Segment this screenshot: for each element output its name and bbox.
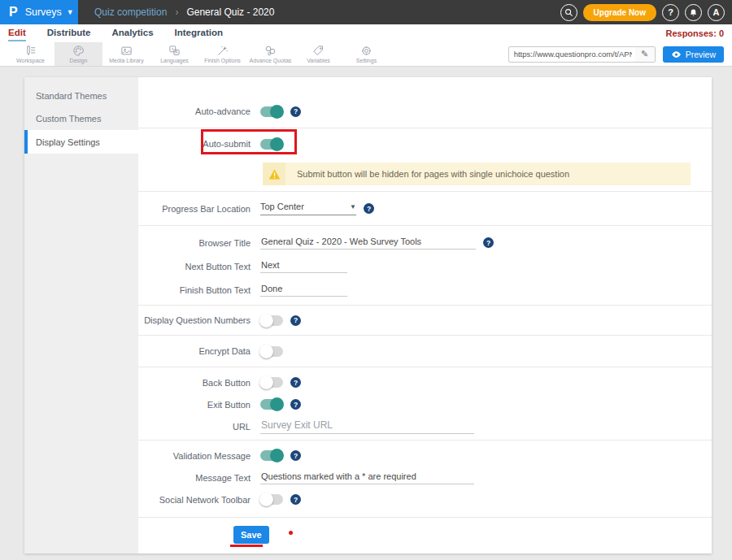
toggle-knob (270, 137, 284, 151)
breadcrumb-separator: › (175, 7, 178, 18)
surveys-menu[interactable]: P Surveys ▼ (0, 0, 78, 24)
auto-submit-row: Auto-submit (138, 133, 712, 154)
toolbar-item-workspace[interactable]: Workspace (7, 42, 54, 66)
display-question-numbers-toggle[interactable] (260, 315, 283, 326)
display-question-numbers-help-icon[interactable]: ? (290, 315, 301, 326)
breadcrumb-folder[interactable]: Quiz competition (94, 7, 167, 18)
magic-wand-icon (216, 45, 229, 57)
toolbar-label: Finish Options (204, 58, 241, 63)
toolbar-label: Languages (160, 58, 189, 63)
auto-advance-help-icon[interactable]: ? (290, 106, 301, 117)
survey-url-input[interactable] (509, 50, 635, 59)
svg-text:A: A (175, 50, 178, 54)
display-question-numbers-row: Display Question Numbers ? (138, 315, 712, 326)
themes-sidebar: Standard Themes Custom Themes Display Se… (24, 77, 138, 553)
sidebar-item-display-settings[interactable]: Display Settings (24, 130, 138, 154)
toggle-knob (270, 449, 284, 462)
toolbar-label: Advance Quotas (250, 58, 292, 63)
browser-title-label: Browser Title (138, 238, 251, 248)
display-question-numbers-label: Display Question Numbers (138, 315, 251, 325)
social-network-toolbar-toggle[interactable] (260, 494, 283, 505)
topbar: P Surveys ▼ Quiz competition › General Q… (0, 0, 732, 24)
next-button-text-input[interactable] (260, 260, 347, 273)
survey-nav-tabs: Edit Distribute Analytics Integration Re… (0, 24, 732, 42)
social-network-toolbar-help-icon[interactable]: ? (290, 494, 301, 505)
toggle-knob (270, 105, 284, 119)
encrypt-data-toggle[interactable] (260, 346, 283, 357)
toggle-knob (270, 397, 284, 411)
toolbar-item-languages[interactable]: xA Languages (150, 42, 198, 66)
edit-url-pencil-icon[interactable]: ✎ (635, 47, 655, 62)
warning-triangle-icon (263, 163, 285, 185)
browser-title-help-icon[interactable]: ? (483, 237, 494, 248)
warning-text: Submit button will be hidden for pages w… (285, 163, 691, 185)
sidebar-item-standard-themes[interactable]: Standard Themes (24, 85, 138, 107)
validation-message-row: Validation Message ? (138, 445, 712, 467)
exit-button-toggle[interactable] (260, 399, 283, 410)
edit-toolbar: Workspace Design Media Library xA Langua… (0, 42, 732, 67)
validation-message-toggle[interactable] (260, 450, 283, 461)
message-text-input[interactable] (260, 471, 474, 484)
upgrade-now-button[interactable]: Upgrade Now (583, 4, 656, 21)
tab-integration[interactable]: Integration (175, 25, 223, 41)
sidebar-item-custom-themes[interactable]: Custom Themes (24, 107, 138, 130)
social-network-toolbar-row: Social Network Toolbar ? (138, 488, 712, 510)
exit-button-help-icon[interactable]: ? (290, 399, 301, 410)
toolbar-item-media-library[interactable]: Media Library (102, 42, 150, 66)
save-button[interactable]: Save (233, 526, 269, 544)
encrypt-data-row: Encrypt Data (138, 346, 712, 357)
toolbar-label: Variables (307, 58, 330, 63)
toolbar-item-settings[interactable]: Settings (342, 42, 390, 66)
help-button[interactable]: ? (662, 4, 679, 21)
toggle-knob (259, 493, 273, 506)
toolbar-item-variables[interactable]: Variables (294, 42, 342, 66)
progress-bar-location-select[interactable]: Top Center ▼ (260, 202, 356, 215)
exit-button-label: Exit Button (138, 400, 251, 410)
finish-button-text-input[interactable] (260, 284, 347, 297)
notifications-button[interactable] (685, 4, 702, 21)
eye-icon (671, 50, 682, 59)
toggle-knob (259, 345, 273, 358)
toolbar-item-finish-options[interactable]: Finish Options (198, 42, 246, 66)
exit-url-row: URL (138, 415, 712, 437)
questionpro-logo: P (9, 6, 18, 20)
encrypt-data-label: Encrypt Data (138, 346, 251, 356)
exit-url-input[interactable] (260, 419, 474, 434)
finish-button-text-label: Finish Button Text (138, 285, 251, 295)
chain-link-icon (264, 45, 277, 57)
display-settings-panel: Auto-advance ? Auto-submit Submit (138, 77, 712, 553)
tab-distribute[interactable]: Distribute (47, 25, 91, 41)
message-text-label: Message Text (138, 473, 251, 483)
topbar-actions: Upgrade Now ? A (560, 4, 732, 21)
preview-label: Preview (686, 50, 716, 59)
survey-url-field: ✎ (508, 46, 656, 63)
auto-advance-toggle[interactable] (260, 106, 283, 117)
preview-button[interactable]: Preview (663, 46, 724, 63)
tab-analytics[interactable]: Analytics (111, 25, 153, 41)
auto-submit-label: Auto-submit (138, 139, 251, 149)
toolbar-item-design[interactable]: Design (54, 42, 102, 66)
next-button-text-label: Next Button Text (138, 262, 251, 271)
validation-message-help-icon[interactable]: ? (290, 450, 301, 461)
finish-button-text-row: Finish Button Text (138, 278, 712, 302)
tag-icon (312, 45, 325, 57)
progress-bar-help-icon[interactable]: ? (364, 203, 374, 214)
search-button[interactable] (560, 4, 577, 21)
tab-edit[interactable]: Edit (8, 25, 26, 41)
toolbar-label: Media Library (109, 58, 143, 63)
auto-submit-toggle[interactable] (260, 139, 283, 150)
browser-title-input[interactable] (260, 237, 476, 250)
back-button-toggle[interactable] (260, 377, 283, 388)
auto-advance-row: Auto-advance ? (138, 95, 712, 128)
progress-bar-location-value: Top Center (260, 202, 304, 211)
languages-icon: xA (168, 45, 181, 57)
page-body: Standard Themes Custom Themes Display Se… (0, 67, 732, 560)
exit-button-row: Exit Button ? (138, 393, 712, 415)
questionpro-app: P Surveys ▼ Quiz competition › General Q… (0, 0, 732, 560)
back-button-help-icon[interactable]: ? (290, 377, 301, 388)
account-avatar[interactable]: A (708, 4, 725, 21)
responses-count[interactable]: Responses: 0 (665, 28, 732, 38)
toolbar-item-advance-quotas[interactable]: Advance Quotas (246, 42, 294, 66)
breadcrumb: Quiz competition › General Quiz - 2020 (94, 7, 274, 18)
question-mark-icon: ? (668, 7, 673, 17)
